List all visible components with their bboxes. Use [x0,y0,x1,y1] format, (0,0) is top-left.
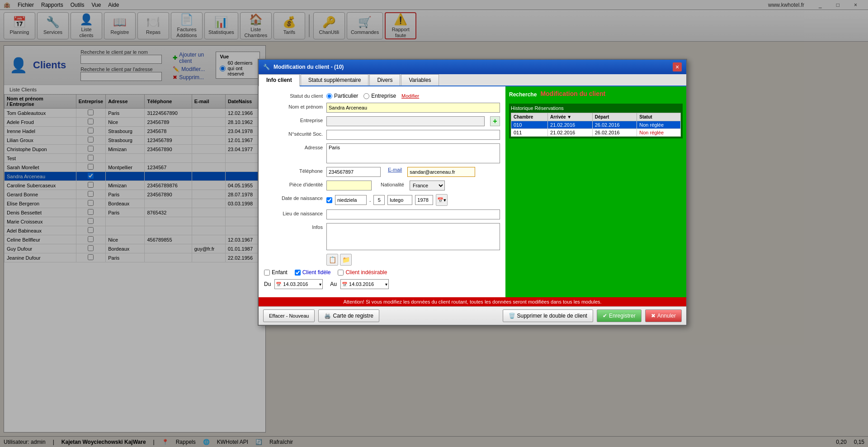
email-input[interactable] [407,167,475,177]
x-icon: ✖ [651,313,656,319]
tab-variables[interactable]: Variables [401,74,439,86]
statut-entreprise-label: Entreprise [371,93,396,99]
search-panel-label: Recherche [509,91,537,98]
historique-label: Historique Réservations [511,105,681,111]
carte-registre-btn[interactable]: 🖨️ Carte de registre [318,309,379,322]
hist-cell-arrivee: 21.02.2016 [548,129,593,137]
client-indesirable-checkbox[interactable] [338,270,344,276]
nationalite-select[interactable]: France Allemagne Espagne [410,181,445,190]
adresse-textarea[interactable]: Paris [326,143,500,163]
statut-particulier-option[interactable]: Particulier [326,93,358,99]
hist-cell-arrivee: 21.02.2016 [548,121,593,129]
modal-title-bar: 🔧 Modification du client - (10) × [259,60,686,74]
paste-icon-btn[interactable]: 📁 [340,254,352,266]
modal-overlay[interactable]: 🔧 Modification du client - (10) × Info c… [0,0,868,447]
statut-entreprise-radio[interactable] [363,93,369,99]
hist-cell-statut: Non réglée [637,121,681,129]
enfant-checkbox-item[interactable]: Enfant [264,269,288,276]
copy-icon-btn[interactable]: 📋 [326,254,338,266]
lieu-naissance-input[interactable] [326,209,500,219]
enregistrer-btn[interactable]: ✔ Enregistrer [597,309,642,322]
warning-bar: Attention! Si vous modifiez les données … [259,297,686,306]
hist-cell-depart: 26.02.2016 [592,129,637,137]
adresse-row: Adresse Paris [264,143,500,163]
hist-col-depart: Départ [592,113,637,121]
du-au-row: Du 📅 ▾ Au 📅 ▾ [264,279,500,289]
hist-row[interactable]: 011 21.02.2016 26.02.2016 Non réglée [511,129,681,137]
modal-icon: 🔧 [263,64,270,70]
client-indesirable-checkbox-item[interactable]: Client indésirable [338,269,387,276]
client-indesirable-label: Client indésirable [345,269,387,276]
hist-cell-depart: 26.02.2016 [592,121,637,129]
date-month-num-input[interactable] [373,195,385,205]
hist-col-arrivee: Arrivée ▼ [548,113,593,121]
date-naissance-fields: . 📅▾ [326,194,448,206]
modal-footer: Effacer - Nouveau 🖨️ Carte de registre 🗑… [259,306,686,325]
modal-body: Statut du client Particulier Entreprise … [259,86,686,297]
annuler-btn[interactable]: ✖ Annuler [645,309,682,322]
tab-divers[interactable]: Divers [369,74,400,86]
au-date-input[interactable] [348,280,384,289]
hist-cell-chambre: 011 [511,129,548,137]
nom-prenom-label: Nom et prénom [264,103,323,109]
statut-radio-group: Particulier Entreprise Modifier [326,92,419,99]
client-fidele-checkbox[interactable] [295,270,301,276]
nsecurite-input[interactable] [326,130,500,140]
statut-entreprise-option[interactable]: Entreprise [363,93,396,99]
hist-cell-chambre: 010 [511,121,548,129]
entreprise-input[interactable] [326,116,485,126]
entreprise-plus-btn[interactable]: + [490,116,500,126]
statut-particulier-radio[interactable] [326,93,332,99]
nsecurite-row: N°sécurité Soc. [264,130,500,140]
printer-icon: 🖨️ [324,313,331,319]
telephone-label: Téléphone [264,167,323,174]
piece-identite-input[interactable] [326,181,372,190]
supprimer-double-btn[interactable]: 🗑️ Supprimer le double de client [503,309,593,322]
client-fidele-checkbox-item[interactable]: Client fidèle [295,269,331,276]
entreprise-label: Entreprise [264,116,323,123]
infos-textarea[interactable] [326,223,500,250]
infos-row: Infos [264,223,500,250]
entreprise-row: Entreprise + [264,116,500,126]
telephone-email-row: Téléphone E-mail [264,167,500,177]
modifier-link[interactable]: Modifier [401,93,419,99]
du-date-input[interactable] [282,280,318,289]
checkbox-row: Enfant Client fidèle Client indésirable [264,269,500,276]
effacer-nouveau-btn[interactable]: Effacer - Nouveau [263,309,315,322]
au-label: Au [330,281,337,287]
lieu-naissance-row: Lieu de naissance [264,209,500,219]
nsecurite-label: N°sécurité Soc. [264,130,323,137]
date-calendar-btn[interactable]: 📅▾ [436,194,448,206]
nom-prenom-row: Nom et prénom [264,103,500,113]
nationalite-label: Nationalité [381,181,404,187]
date-year-input[interactable] [415,195,433,205]
date-naissance-checkbox[interactable] [326,197,332,203]
piece-nationalite-row: Pièce d'identité Nationalité France Alle… [264,181,500,190]
statut-particulier-label: Particulier [334,93,358,99]
lieu-naissance-label: Lieu de naissance [264,209,323,216]
statut-row: Statut du client Particulier Entreprise … [264,92,500,99]
tab-info-client[interactable]: Info client [259,74,300,86]
du-label: Du [264,281,271,287]
date-naissance-label: Date de naissance [264,194,323,201]
date-day-input[interactable] [335,195,367,205]
modal-form: Statut du client Particulier Entreprise … [259,86,505,297]
adresse-label: Adresse [264,143,323,150]
hist-col-chambre: Chambre [511,113,548,121]
tab-statut-supplementaire[interactable]: Statut supplémentaire [301,74,369,86]
telephone-input[interactable] [326,167,381,177]
enfant-label: Enfant [272,269,288,276]
modal-right-panel: Recherche Modification du client Histori… [505,86,686,297]
nom-prenom-input[interactable] [326,103,500,113]
modification-panel-label: Modification du client [540,90,605,97]
trash-icon: 🗑️ [509,313,515,319]
hist-row[interactable]: 010 21.02.2016 26.02.2016 Non réglée [511,121,681,129]
enfant-checkbox[interactable] [264,270,270,276]
date-naissance-row: Date de naissance . 📅▾ [264,194,500,206]
modal-title: Modification du client - (10) [274,64,344,70]
email-label-link[interactable]: E-mail [388,167,402,172]
modal-window: 🔧 Modification du client - (10) × Info c… [258,59,687,326]
modal-close-btn[interactable]: × [673,62,682,71]
date-month-name-input[interactable] [387,195,412,205]
check-icon: ✔ [603,313,607,319]
